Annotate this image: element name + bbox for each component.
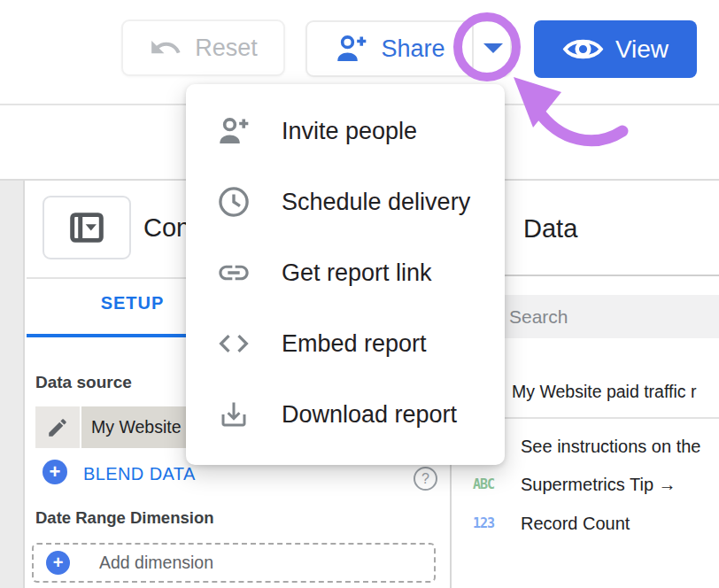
annotation-arrow-tail <box>537 110 622 141</box>
add-dimension-label: Add dimension <box>99 545 213 581</box>
share-button-group: Share <box>305 20 512 77</box>
date-range-section-label: Date Range Dimension <box>35 508 214 528</box>
person-add-icon <box>334 33 369 65</box>
chevron-down-icon <box>483 43 503 54</box>
share-dropdown-menu: Invite people Schedule delivery Get repo… <box>186 84 505 465</box>
menu-item-label: Download report <box>282 401 457 429</box>
eye-icon <box>562 35 604 64</box>
data-source-section-label: Data source <box>35 373 132 392</box>
view-button[interactable]: View <box>534 20 697 78</box>
edit-data-source-button[interactable] <box>35 406 80 448</box>
code-icon <box>213 326 254 361</box>
menu-item-label: Invite people <box>282 118 417 145</box>
menu-item-label: Schedule delivery <box>282 189 470 216</box>
share-button[interactable]: Share <box>307 22 472 75</box>
menu-item-invite-people[interactable]: Invite people <box>186 96 505 166</box>
data-panel-title: Data <box>523 214 577 244</box>
undo-icon <box>149 31 182 65</box>
field-label: Record Count <box>521 514 630 534</box>
share-label: Share <box>381 35 445 63</box>
reset-button[interactable]: Reset <box>121 19 285 76</box>
data-source-name: My Website paid traffic r <box>512 382 696 402</box>
clock-icon <box>213 185 254 219</box>
link-icon <box>213 255 254 290</box>
field-label: See instructions on the <box>521 437 700 457</box>
share-dropdown-button[interactable] <box>474 22 512 75</box>
view-label: View <box>615 35 669 64</box>
blend-data-plus-icon[interactable]: + <box>43 460 67 484</box>
help-icon[interactable]: ? <box>414 467 437 491</box>
search-input[interactable] <box>509 295 713 338</box>
reset-label: Reset <box>195 35 258 62</box>
text-field-icon: ABC <box>473 476 494 492</box>
canvas-edge-strip <box>0 181 25 588</box>
menu-item-download-report[interactable]: Download report <box>186 379 505 450</box>
annotation-arrow-head <box>514 77 561 128</box>
dropdown-control-icon <box>66 207 107 248</box>
field-row[interactable]: ABC Supermetrics Tip → <box>450 475 719 501</box>
field-row[interactable]: 123 Record Count <box>450 514 719 540</box>
menu-item-schedule-delivery[interactable]: Schedule delivery <box>186 166 505 237</box>
menu-item-embed-report[interactable]: Embed report <box>186 308 505 379</box>
field-label: Supermetrics Tip → <box>521 475 676 495</box>
menu-item-label: Get report link <box>282 259 432 287</box>
control-type-button[interactable] <box>43 196 131 259</box>
add-dimension-dropzone[interactable]: + Add dimension <box>32 543 436 583</box>
add-dimension-plus-icon: + <box>46 551 70 575</box>
pencil-icon <box>46 416 69 439</box>
menu-item-label: Embed report <box>282 330 427 358</box>
menu-item-get-report-link[interactable]: Get report link <box>186 237 505 308</box>
blend-data-button[interactable]: BLEND DATA <box>83 464 196 484</box>
person-add-icon <box>213 115 254 147</box>
number-field-icon: 123 <box>473 515 494 531</box>
download-icon <box>213 398 254 430</box>
